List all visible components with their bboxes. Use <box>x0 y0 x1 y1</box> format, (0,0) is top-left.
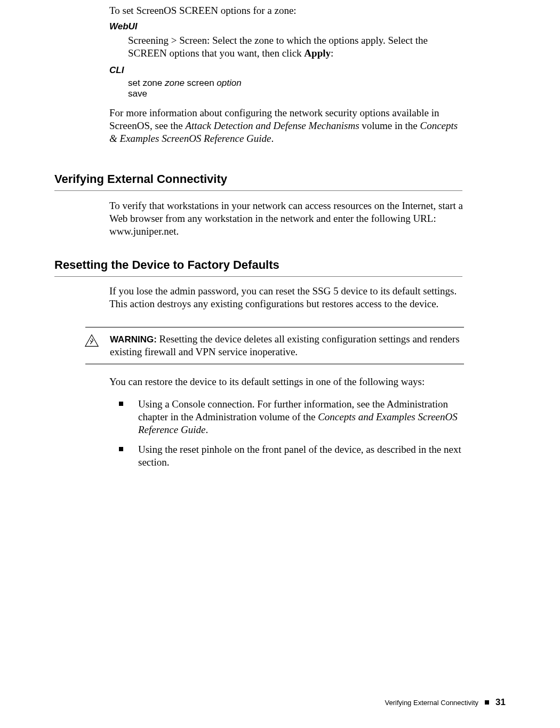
svg-marker-0 <box>85 335 98 347</box>
heading-verify: Verifying External Connectivity <box>54 172 462 186</box>
bullet1-post: . <box>205 424 208 435</box>
webui-instructions: Screening > Screen: Select the zone to w… <box>109 34 464 60</box>
warning-icon <box>84 334 99 348</box>
webui-text-post: : <box>331 47 333 59</box>
cli-set-zone: set zone <box>128 78 165 88</box>
document-page: To set ScreenOS SCREEN options for a zon… <box>0 0 560 728</box>
bullet-1: Using a Console connection. For further … <box>109 398 464 436</box>
cli-screen: screen <box>185 78 217 88</box>
warning-body: Resetting the device deletes all existin… <box>110 333 460 357</box>
page-footer: Verifying External Connectivity 31 <box>385 697 506 708</box>
webui-apply-word: Apply <box>304 47 331 59</box>
footer-page-number: 31 <box>495 697 506 708</box>
bullet-marker-icon <box>119 402 123 406</box>
bullet-2-text: Using the reset pinhole on the front pan… <box>138 443 464 469</box>
warning-text: WARNING: Resetting the device deletes al… <box>85 333 464 358</box>
footer-separator-icon <box>485 700 489 705</box>
webui-text-pre: Screening > Screen: Select the zone to w… <box>128 35 428 59</box>
heading-rule-1 <box>54 190 462 191</box>
warning-label: WARNING: <box>110 334 159 345</box>
bullet-1-text: Using a Console connection. For further … <box>138 398 464 436</box>
cli-option-param: option <box>217 78 241 88</box>
more-info-mid: volume in the <box>359 120 420 131</box>
verify-para: To verify that workstations in your netw… <box>109 199 464 237</box>
cli-command-set-zone: set zone zone screen option <box>109 78 464 89</box>
intro-text: To set ScreenOS SCREEN options for a zon… <box>109 4 464 17</box>
restore-line: You can restore the device to its defaul… <box>109 375 464 388</box>
more-info-para: For more information about configuring t… <box>109 107 464 145</box>
cli-zone-param: zone <box>165 78 185 88</box>
heading-rule-2 <box>54 276 462 277</box>
heading-reset: Resetting the Device to Factory Defaults <box>54 258 462 272</box>
footer-title: Verifying External Connectivity <box>385 699 478 707</box>
reset-para: If you lose the admin password, you can … <box>109 285 464 310</box>
bullet-marker-icon <box>119 447 123 451</box>
cli-command-save: save <box>109 89 464 99</box>
more-info-post: . <box>271 133 274 144</box>
more-info-ital1: Attack Detection and Defense Mechanisms <box>185 120 359 131</box>
bullet-2: Using the reset pinhole on the front pan… <box>109 443 464 469</box>
warning-box: WARNING: Resetting the device deletes al… <box>85 327 464 364</box>
webui-label: WebUI <box>109 21 464 32</box>
cli-label: CLI <box>109 65 464 76</box>
